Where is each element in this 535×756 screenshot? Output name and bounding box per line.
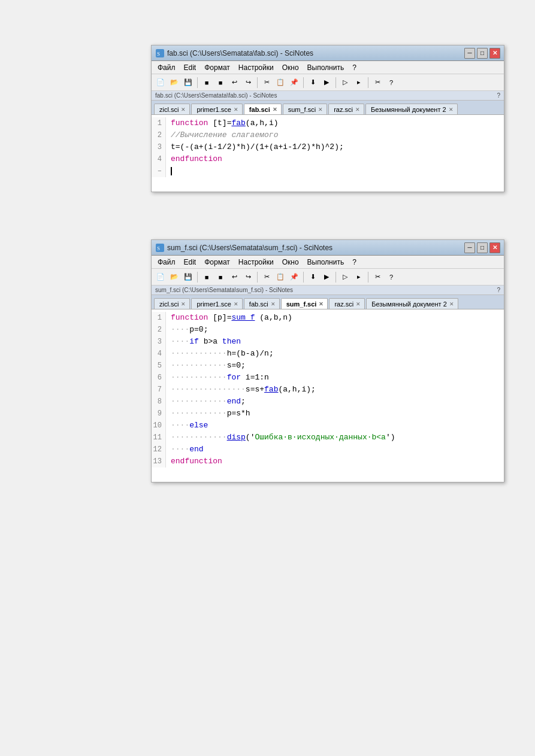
line-content-1-cursor bbox=[166, 165, 172, 177]
tool-b1-2[interactable]: ■ bbox=[200, 271, 213, 284]
maximize-btn-2[interactable]: □ bbox=[477, 242, 488, 253]
close-btn-1[interactable]: ✕ bbox=[489, 48, 500, 59]
tab-zicl-1[interactable]: zicl.sci ✕ bbox=[154, 104, 190, 114]
menu-file-1[interactable]: Файл bbox=[154, 62, 179, 73]
window-fab-sci: S fab.sci (C:\Users\Sematata\fab.sci) - … bbox=[151, 45, 504, 192]
menu-help-1[interactable]: ? bbox=[349, 62, 360, 73]
tab-close-sumf-2[interactable]: ✕ bbox=[319, 301, 324, 307]
code-line-1-1: 1 function [t]=fab(a,h,i) bbox=[152, 117, 504, 129]
tool-b3-2[interactable]: ↩ bbox=[228, 271, 241, 284]
line-content-1-3: t=(-(a+(i-1/2)*h)/(1+(a+i-1/2)*h)^2); bbox=[166, 141, 344, 153]
tool-b2-2[interactable]: ■ bbox=[214, 271, 227, 284]
tab-unnamed-2[interactable]: Безымянный документ 2 ✕ bbox=[366, 298, 458, 309]
tool-paste-2[interactable]: 📌 bbox=[288, 271, 301, 284]
tab-close-primer1-2[interactable]: ✕ bbox=[234, 301, 238, 307]
tab-primer1-1[interactable]: primer1.sce ✕ bbox=[191, 104, 242, 114]
tool-b2[interactable]: ■ bbox=[214, 76, 227, 89]
menu-run-2[interactable]: Выполнить bbox=[304, 257, 348, 268]
tool-new-2[interactable]: 📄 bbox=[154, 271, 167, 284]
tab-close-fab-1[interactable]: ✕ bbox=[273, 107, 277, 113]
menu-edit-1[interactable]: Edit bbox=[180, 62, 200, 73]
sep-1e bbox=[368, 77, 368, 88]
minimize-btn-2[interactable]: ─ bbox=[464, 242, 475, 253]
tool-r3[interactable]: ▷ bbox=[338, 76, 352, 89]
tool-r3-2[interactable]: ▷ bbox=[338, 271, 352, 284]
menu-run-1[interactable]: Выполнить bbox=[304, 62, 348, 73]
menu-settings-2[interactable]: Настройки bbox=[235, 257, 277, 268]
menu-format-2[interactable]: Формат bbox=[201, 257, 234, 268]
line-content-2-3: ····if b>a then bbox=[166, 336, 241, 348]
tool-r1-2[interactable]: ⬇ bbox=[306, 271, 319, 284]
tool-r4-2[interactable]: ▸ bbox=[352, 271, 365, 284]
app-icon-1: S bbox=[155, 48, 165, 58]
tool-b1[interactable]: ■ bbox=[200, 76, 213, 89]
tool-help-2[interactable]: ? bbox=[385, 271, 398, 284]
tab-raz-1[interactable]: raz.sci ✕ bbox=[328, 104, 364, 114]
tool-scissors[interactable]: ✂ bbox=[371, 76, 384, 89]
line-num-1-3: 3 bbox=[152, 141, 166, 153]
tab-close-zicl-1[interactable]: ✕ bbox=[181, 107, 186, 113]
tool-r1[interactable]: ⬇ bbox=[306, 76, 319, 89]
tab-sumf-1[interactable]: sum_f.sci ✕ bbox=[283, 104, 327, 114]
line-num-2-13: 13 bbox=[152, 456, 166, 467]
code-editor-2[interactable]: 1 function [p]=sum_f (a,b,n) 2 ····p=0; … bbox=[152, 309, 504, 482]
close-btn-2[interactable]: ✕ bbox=[489, 242, 500, 253]
tool-r2-2[interactable]: ▶ bbox=[320, 271, 333, 284]
tool-cut[interactable]: ✂ bbox=[260, 76, 273, 89]
tool-cut-2[interactable]: ✂ bbox=[260, 271, 273, 284]
tab-unnamed-1[interactable]: Безымянный документ 2 ✕ bbox=[365, 104, 458, 114]
menu-window-2[interactable]: Окно bbox=[279, 257, 303, 268]
tool-open-2[interactable]: 📂 bbox=[168, 271, 181, 284]
code-line-2-12: 12 ····end bbox=[152, 444, 504, 456]
menu-window-1[interactable]: Окно bbox=[279, 62, 303, 73]
title-bar-2: S sum_f.sci (C:\Users\Sematata\sum_f.sci… bbox=[152, 240, 504, 256]
code-line-2-9: 9 ············p=s*h bbox=[152, 408, 504, 420]
code-line-2-11: 11 ············disp('Ошибка·в·исходных·д… bbox=[152, 432, 504, 444]
window-controls-2: ─ □ ✕ bbox=[464, 242, 500, 253]
tool-copy[interactable]: 📋 bbox=[274, 76, 287, 89]
line-content-2-12: ····end bbox=[166, 444, 204, 456]
tool-b3[interactable]: ↩ bbox=[228, 76, 241, 89]
tool-open-1[interactable]: 📂 bbox=[168, 76, 181, 89]
tab-sumf-2[interactable]: sum_f.sci ✕ bbox=[281, 298, 328, 309]
line-content-2-1: function [p]=sum_f (a,b,n) bbox=[166, 312, 292, 324]
menu-settings-1[interactable]: Настройки bbox=[235, 62, 277, 73]
tab-close-zicl-2[interactable]: ✕ bbox=[181, 301, 186, 307]
maximize-btn-1[interactable]: □ bbox=[477, 48, 488, 59]
tab-fab-2[interactable]: fab.sci ✕ bbox=[244, 298, 280, 309]
menu-file-2[interactable]: Файл bbox=[154, 257, 179, 268]
tool-r2[interactable]: ▶ bbox=[320, 76, 333, 89]
line-content-1-1: function [t]=fab(a,h,i) bbox=[166, 117, 279, 129]
tab-close-unnamed-2[interactable]: ✕ bbox=[449, 301, 454, 307]
code-editor-1[interactable]: 1 function [t]=fab(a,h,i) 2 //Вычисление… bbox=[152, 115, 504, 192]
tab-close-fab-2[interactable]: ✕ bbox=[271, 301, 276, 307]
line-content-2-8: ············end; bbox=[166, 396, 246, 408]
tool-save-2[interactable]: 💾 bbox=[182, 271, 195, 284]
tab-zicl-2[interactable]: zicl.sci ✕ bbox=[154, 298, 190, 309]
line-num-2-11: 11 bbox=[152, 432, 166, 444]
tab-close-raz-1[interactable]: ✕ bbox=[355, 107, 360, 113]
menu-format-1[interactable]: Формат bbox=[201, 62, 234, 73]
tool-new-1[interactable]: 📄 bbox=[154, 76, 167, 89]
tool-r4[interactable]: ▸ bbox=[352, 76, 365, 89]
tool-help[interactable]: ? bbox=[385, 76, 398, 89]
line-num-2-1: 1 bbox=[152, 312, 166, 324]
minimize-btn-1[interactable]: ─ bbox=[464, 48, 475, 59]
tab-close-sumf-1[interactable]: ✕ bbox=[318, 107, 323, 113]
code-line-1-5: – bbox=[152, 165, 504, 177]
code-line-2-5: 5 ············s=0; bbox=[152, 360, 504, 372]
tool-copy-2[interactable]: 📋 bbox=[274, 271, 287, 284]
tab-close-unnamed-1[interactable]: ✕ bbox=[449, 107, 454, 113]
menu-edit-2[interactable]: Edit bbox=[180, 257, 200, 268]
tab-fab-1[interactable]: fab.sci ✕ bbox=[244, 104, 282, 114]
tab-primer1-2[interactable]: primer1.sce ✕ bbox=[191, 298, 242, 309]
tool-scissors-2[interactable]: ✂ bbox=[371, 271, 384, 284]
menu-help-2[interactable]: ? bbox=[349, 257, 360, 268]
tab-raz-2[interactable]: raz.sci ✕ bbox=[329, 298, 365, 309]
tool-b4[interactable]: ↪ bbox=[241, 76, 255, 89]
tab-close-raz-2[interactable]: ✕ bbox=[356, 301, 361, 307]
tool-save-1[interactable]: 💾 bbox=[182, 76, 195, 89]
tool-paste[interactable]: 📌 bbox=[288, 76, 301, 89]
tab-close-primer1-1[interactable]: ✕ bbox=[234, 107, 238, 113]
tool-b4-2[interactable]: ↪ bbox=[241, 271, 255, 284]
